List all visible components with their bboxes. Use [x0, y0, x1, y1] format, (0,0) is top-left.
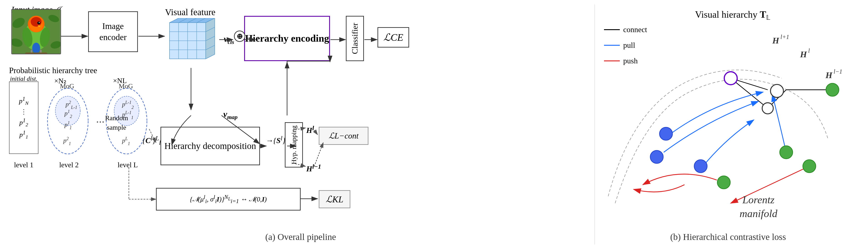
svg-text:l+1: l+1: [780, 33, 789, 40]
lorentz-manifold-svg: H l+1 H l H l−1: [595, 23, 852, 226]
kl-formula-box: {𝒩(μli, σliI)}NLi=1 ↔ 𝒩(0,I): [156, 188, 301, 211]
hyp-mapping-box: Hyp. mapping: [285, 122, 303, 167]
visual-feature-cube: [160, 18, 217, 68]
loss-lcont-box: ℒL−cont: [319, 127, 368, 145]
input-image-box: [11, 9, 61, 54]
image-encoder-box: Imageencoder: [88, 11, 138, 52]
left-panel: Input image 𝒥: [7, 4, 594, 245]
v-cls-label: vcls: [224, 34, 234, 46]
svg-point-92: [717, 176, 730, 189]
hierarchy-decomp-label: Hierarchy decomposition: [164, 140, 256, 152]
svg-text:MoG: MoG: [119, 82, 133, 90]
svg-text:manifold: manifold: [740, 208, 778, 219]
h-l-output-label: Hl: [306, 124, 314, 135]
caption-b: (b) Hierarchical contrastive loss: [670, 231, 786, 242]
svg-point-4: [31, 17, 42, 27]
hyp-mapping-label: Hyp. mapping: [290, 126, 298, 164]
hierarchy-encoding-label: Hierarchy encoding: [245, 32, 329, 45]
svg-text:l−1: l−1: [834, 68, 842, 75]
svg-point-5: [37, 21, 40, 24]
loss-ce-box: ℒCE: [377, 27, 409, 48]
loss-lcont-label: ℒL−cont: [329, 131, 359, 141]
svg-point-84: [724, 72, 737, 85]
svg-text:pL1: pL1: [122, 136, 130, 146]
classifier-label: Classifier: [350, 23, 360, 54]
level2-mog: p2L-1 p12 p11 p21 MoG: [45, 82, 90, 156]
image-encoder-label: Imageencoder: [99, 21, 127, 43]
svg-text:Lorentz: Lorentz: [742, 194, 774, 205]
svg-point-87: [659, 127, 673, 140]
svg-point-89: [762, 103, 773, 114]
level2-label: level 2: [46, 161, 92, 169]
hierarchy-decomp-box: Hierarchy decomposition: [160, 127, 260, 165]
kl-formula: {𝒩(μli, σliI)}NLi=1 ↔ 𝒩(0,I): [190, 194, 267, 204]
svg-point-90: [780, 146, 793, 159]
prob-tree-label: Probabilistic hierarchy tree: [9, 66, 97, 75]
svg-line-80: [731, 78, 768, 108]
random-sample-label: Randomsample: [105, 113, 128, 132]
loss-kl-box: ℒKL: [319, 190, 350, 208]
level1-label: level 1: [9, 161, 38, 169]
caption-a: (a) Overall pipeline: [265, 231, 336, 242]
visual-feature-label: Visual feature: [165, 7, 215, 18]
svg-rect-12: [25, 53, 47, 54]
svg-text:H: H: [825, 70, 833, 80]
svg-text:H: H: [800, 49, 807, 59]
levelL-label: level L: [105, 161, 150, 169]
svg-text:MoG: MoG: [60, 82, 74, 90]
right-panel-title: Visual hierarchy T𝕃: [604, 4, 861, 21]
level-ellipsis: ···: [96, 115, 105, 129]
tree-level1-box: initial dist. p1N ⋮ p12 p11: [9, 82, 38, 154]
svg-point-88: [650, 150, 663, 163]
hierarchy-encoding-box: Hierarchy encoding: [244, 16, 330, 61]
svg-point-86: [826, 83, 839, 96]
svg-text:l: l: [808, 47, 810, 54]
svg-line-61: [314, 130, 318, 135]
classifier-box: Classifier: [346, 16, 364, 61]
svg-text:p21: p21: [63, 136, 71, 146]
h-l-minus-output-label: Hl−1: [306, 163, 321, 173]
loss-ce-label: ℒCE: [383, 31, 403, 43]
svg-point-91: [694, 160, 707, 172]
svg-point-93: [803, 160, 816, 172]
svg-text:H: H: [772, 35, 780, 45]
right-panel: Visual hierarchy T𝕃 connect pull push H …: [594, 4, 861, 245]
v-map-label: vmap: [223, 109, 238, 121]
main-container: Input image 𝒥: [0, 0, 868, 249]
svg-point-6: [39, 22, 40, 23]
svg-point-9: [32, 43, 40, 54]
svg-point-85: [771, 84, 783, 97]
loss-kl-label: ℒKL: [326, 194, 343, 205]
oplus-symbol: ⊕: [234, 31, 245, 42]
